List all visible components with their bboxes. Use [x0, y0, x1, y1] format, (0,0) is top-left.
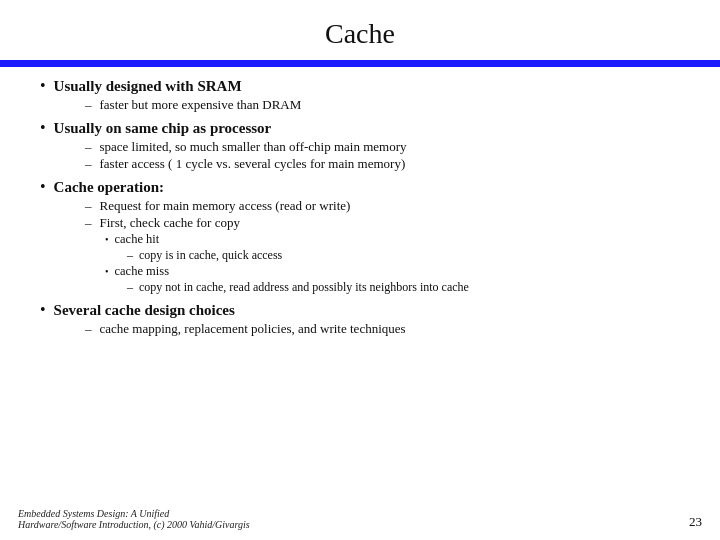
section-2-title: Usually on same chip as processor	[54, 120, 272, 137]
small-dot-icon: •	[105, 234, 109, 245]
sub-sub-cache-hit: • cache hit	[105, 232, 690, 247]
section-1-title: Usually designed with SRAM	[54, 78, 242, 95]
sub-bullet-1-1-text: faster but more expensive than DRAM	[100, 97, 302, 113]
section-4-subs: – cache mapping, replacement policies, a…	[85, 321, 690, 337]
sub-bullet-4-1: – cache mapping, replacement policies, a…	[85, 321, 690, 337]
section-3: • Cache operation: – Request for main me…	[30, 178, 690, 295]
cache-hit-detail-wrap: – copy is in cache, quick access	[127, 248, 690, 263]
page-title: Cache	[0, 0, 720, 60]
footer-line1: Embedded Systems Design: A Unified	[18, 508, 250, 519]
bullet-dot-2: •	[40, 119, 46, 137]
cache-miss-detail-text: copy not in cache, read address and poss…	[139, 280, 469, 295]
section-3-title: Cache operation:	[54, 179, 164, 196]
sub-sub-cache-miss: • cache miss	[105, 264, 690, 279]
dash-icon: –	[85, 321, 92, 337]
section-2-subs: – space limited, so much smaller than of…	[85, 139, 690, 172]
sub-bullet-3-1: – Request for main memory access (read o…	[85, 198, 690, 214]
section-3-subs: – Request for main memory access (read o…	[85, 198, 690, 295]
page-number: 23	[689, 514, 702, 530]
section-4: • Several cache design choices – cache m…	[30, 301, 690, 337]
content-area: • Usually designed with SRAM – faster bu…	[0, 77, 720, 337]
dash-icon: –	[85, 215, 92, 231]
section-2: • Usually on same chip as processor – sp…	[30, 119, 690, 172]
sub-bullet-3-1-text: Request for main memory access (read or …	[100, 198, 351, 214]
section-3-sub-sub: • cache hit – copy is in cache, quick ac…	[105, 232, 690, 295]
footer-line2: Hardware/Software Introduction, (c) 2000…	[18, 519, 250, 530]
blue-bar	[0, 60, 720, 67]
section-1: • Usually designed with SRAM – faster bu…	[30, 77, 690, 113]
cache-miss-label: cache miss	[115, 264, 170, 279]
sub-bullet-4-1-text: cache mapping, replacement policies, and…	[100, 321, 406, 337]
sub-bullet-2-1-text: space limited, so much smaller than off-…	[100, 139, 407, 155]
small-dot-icon: •	[105, 266, 109, 277]
dash-icon: –	[85, 97, 92, 113]
bullet-dot-4: •	[40, 301, 46, 319]
cache-hit-detail-text: copy is in cache, quick access	[139, 248, 282, 263]
sub-bullet-3-2-text: First, check cache for copy	[100, 215, 240, 231]
dash-icon: –	[85, 156, 92, 172]
footer: Embedded Systems Design: A Unified Hardw…	[0, 508, 720, 530]
dash-icon: –	[85, 198, 92, 214]
cache-miss-detail-wrap: – copy not in cache, read address and po…	[127, 280, 690, 295]
cache-miss-detail: – copy not in cache, read address and po…	[127, 280, 690, 295]
sub-bullet-2-1: – space limited, so much smaller than of…	[85, 139, 690, 155]
sub-bullet-2-2: – faster access ( 1 cycle vs. several cy…	[85, 156, 690, 172]
dash-icon: –	[127, 248, 133, 263]
sub-bullet-1-1: – faster but more expensive than DRAM	[85, 97, 690, 113]
dash-icon: –	[85, 139, 92, 155]
section-1-subs: – faster but more expensive than DRAM	[85, 97, 690, 113]
sub-bullet-2-2-text: faster access ( 1 cycle vs. several cycl…	[100, 156, 406, 172]
dash-icon: –	[127, 280, 133, 295]
bullet-dot-3: •	[40, 178, 46, 196]
footer-left: Embedded Systems Design: A Unified Hardw…	[18, 508, 250, 530]
cache-hit-label: cache hit	[115, 232, 160, 247]
section-4-title: Several cache design choices	[54, 302, 235, 319]
bullet-dot-1: •	[40, 77, 46, 95]
cache-hit-detail: – copy is in cache, quick access	[127, 248, 690, 263]
sub-bullet-3-2: – First, check cache for copy	[85, 215, 690, 231]
